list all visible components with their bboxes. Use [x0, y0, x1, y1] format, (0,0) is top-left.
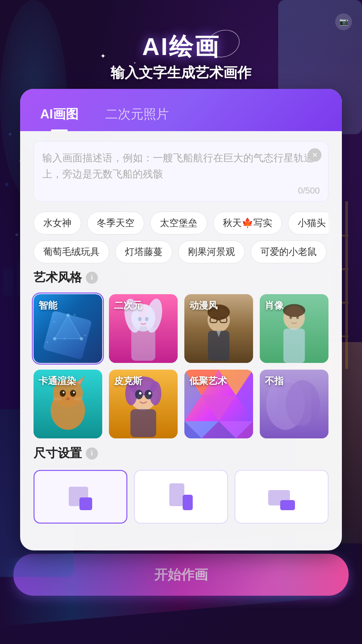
- tab-ai-draw[interactable]: AI画图: [37, 99, 82, 131]
- tag-0[interactable]: 水女神: [34, 212, 81, 234]
- style-erciyuan[interactable]: 二次元: [109, 294, 178, 363]
- style-buzhi-label: 不指: [265, 375, 284, 387]
- sparkle-decoration-2: ·: [133, 57, 136, 68]
- prompt-placeholder: 输入画面描述语，例如：一艘飞船航行在巨大的气态行星轨道上，旁边是无数飞船的残骸: [42, 150, 320, 182]
- size-section-title: 尺寸设置 i: [34, 445, 328, 462]
- svg-point-43: [296, 316, 299, 319]
- tabs-header: AI画图 二次元照片: [20, 89, 342, 131]
- tag-2[interactable]: 太空堡垒: [150, 212, 207, 234]
- svg-point-51: [60, 390, 66, 397]
- art-style-info-icon[interactable]: i: [86, 272, 98, 284]
- svg-marker-16: [55, 315, 81, 339]
- tab-anime-photo[interactable]: 二次元照片: [102, 99, 172, 131]
- size-landscape-icon: [268, 483, 295, 510]
- art-style-section-title: 艺术风格 i: [34, 269, 328, 286]
- style-katong-label: 卡通渲染: [39, 375, 76, 387]
- style-dongmanfeng[interactable]: 动漫风: [184, 294, 253, 363]
- style-zhineng[interactable]: 智能: [34, 294, 102, 363]
- tags-row-2: 葡萄毛绒玩具 灯塔藤蔓 刚果河景观 可爱的小老鼠: [34, 240, 328, 263]
- tag-4[interactable]: 小猫头: [288, 212, 328, 234]
- svg-rect-10: [345, 201, 348, 369]
- style-katong[interactable]: 卡通渲染: [34, 370, 102, 438]
- header: 📷 AI绘画 ✦ · 输入文字生成艺术画作: [0, 0, 362, 89]
- style-erciyuan-label: 二次元: [114, 299, 142, 312]
- size-portrait[interactable]: [134, 470, 228, 524]
- svg-point-21: [53, 337, 56, 340]
- art-style-grid: 智能: [34, 294, 328, 438]
- camera-icon[interactable]: 📷: [335, 13, 352, 30]
- tag-8[interactable]: 可爱的小老鼠: [251, 240, 326, 263]
- svg-point-54: [73, 392, 75, 393]
- svg-rect-69: [130, 409, 156, 437]
- svg-point-22: [80, 337, 83, 340]
- svg-rect-40: [283, 329, 305, 363]
- size-square-icon: [69, 483, 92, 510]
- style-dijuyi[interactable]: 低聚艺术: [184, 370, 253, 438]
- tag-5[interactable]: 葡萄毛绒玩具: [34, 240, 109, 263]
- tag-1[interactable]: 冬季天空: [87, 212, 144, 234]
- tag-6[interactable]: 灯塔藤蔓: [115, 240, 172, 263]
- style-xiaoxiang-label: 肖像: [265, 299, 284, 312]
- char-count: 0/500: [42, 185, 320, 196]
- svg-point-2: [5, 183, 8, 186]
- size-grid: [34, 470, 328, 524]
- size-portrait-icon: [169, 483, 193, 510]
- tag-7[interactable]: 刚果河景观: [178, 240, 245, 263]
- svg-point-52: [70, 390, 76, 397]
- svg-point-66: [144, 390, 152, 399]
- svg-point-4: [15, 233, 18, 236]
- size-landscape[interactable]: [235, 470, 328, 524]
- style-pikexi-label: 皮克斯: [114, 375, 142, 387]
- style-xiaoxiang[interactable]: 肖像: [260, 294, 328, 363]
- size-info-icon[interactable]: i: [86, 447, 98, 460]
- app-subtitle: 输入文字生成艺术画作: [0, 63, 362, 82]
- svg-point-65: [135, 390, 143, 399]
- svg-rect-6: [3, 268, 13, 295]
- svg-point-53: [63, 392, 64, 393]
- tag-3[interactable]: 秋天🍁写实: [213, 212, 282, 234]
- style-zhineng-label: 智能: [39, 299, 57, 312]
- style-dijuyi-label: 低聚艺术: [189, 375, 227, 387]
- style-buzhi[interactable]: 不指: [260, 370, 328, 438]
- svg-point-67: [139, 392, 142, 395]
- clear-button[interactable]: ✕: [308, 148, 321, 162]
- svg-rect-84: [277, 383, 311, 426]
- main-card: AI画图 二次元照片 输入画面描述语，例如：一艘飞船航行在巨大的气态行星轨道上，…: [20, 89, 342, 550]
- svg-point-20: [66, 314, 70, 317]
- tags-row-1: 水女神 冬季天空 太空堡垒 秋天🍁写实 小猫头: [34, 212, 328, 234]
- svg-point-41: [283, 304, 305, 317]
- size-square[interactable]: [34, 470, 127, 524]
- sparkle-decoration-1: ✦: [100, 52, 106, 60]
- style-dongmanfeng-label: 动漫风: [189, 299, 218, 312]
- svg-point-28: [138, 317, 141, 321]
- svg-point-42: [289, 316, 292, 319]
- svg-point-0: [9, 133, 11, 136]
- svg-point-29: [145, 317, 148, 321]
- style-pikexi[interactable]: 皮克斯: [109, 370, 178, 438]
- prompt-input-wrap[interactable]: 输入画面描述语，例如：一艘飞船航行在巨大的气态行星轨道上，旁边是无数飞船的残骸 …: [34, 141, 328, 202]
- svg-point-68: [148, 392, 151, 395]
